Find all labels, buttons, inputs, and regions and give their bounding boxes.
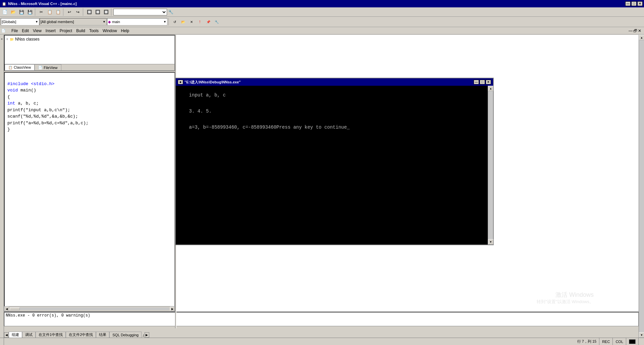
cut-button[interactable]: ✂ bbox=[37, 8, 45, 16]
save-all-button[interactable]: 💾 bbox=[26, 8, 34, 16]
inner-close[interactable]: ✕ bbox=[638, 28, 641, 33]
debug-button[interactable]: 🔲 bbox=[94, 8, 102, 16]
status-other bbox=[626, 338, 639, 345]
menu-file[interactable]: File bbox=[9, 28, 20, 34]
status-left-pad bbox=[0, 338, 4, 345]
sep2 bbox=[63, 8, 64, 16]
app-icon: 📋 bbox=[1, 1, 7, 6]
menu-icon: 📄 bbox=[1, 29, 8, 32]
vscroll-up[interactable]: ▲ bbox=[639, 35, 644, 40]
console-minimize[interactable]: — bbox=[474, 80, 479, 84]
output-tab-build[interactable]: 组建 bbox=[9, 332, 22, 338]
console-scroll-up[interactable]: ▲ bbox=[488, 86, 493, 91]
output-scroll-right[interactable]: ▶ bbox=[145, 332, 149, 338]
search-button[interactable]: 🔧 bbox=[167, 8, 174, 16]
code-brace-open: { bbox=[7, 94, 10, 99]
nav-btn6[interactable]: 🔧 bbox=[213, 18, 221, 25]
minimize-button[interactable]: — bbox=[625, 1, 631, 6]
console-scroll-down[interactable]: ▼ bbox=[488, 239, 493, 245]
output-tab-sql[interactable]: SQL Debugging bbox=[109, 332, 142, 338]
code-content: #include <stdio.h> void main() { int a, … bbox=[5, 73, 174, 141]
menu-build[interactable]: Build bbox=[74, 28, 87, 34]
nav-btn1[interactable]: ↺ bbox=[171, 18, 179, 25]
output-tab-results[interactable]: 结果 bbox=[96, 332, 109, 338]
menu-tools[interactable]: Tools bbox=[87, 28, 101, 34]
code-vars: a, b, c; bbox=[15, 101, 39, 106]
output-tab-find1[interactable]: 在文件1中查找 bbox=[36, 332, 66, 338]
hscroll-right[interactable]: ▶ bbox=[170, 306, 175, 311]
sep3 bbox=[83, 8, 84, 16]
class-tree-item[interactable]: + 📁 NNss classes bbox=[6, 37, 173, 42]
main-vscroll[interactable]: ▲ ▼ bbox=[639, 35, 644, 338]
console-close[interactable]: ✕ bbox=[486, 80, 491, 84]
redo-button[interactable]: ↪ bbox=[74, 8, 82, 16]
copy-button[interactable]: 📋 bbox=[46, 8, 54, 16]
paste-button[interactable]: 📋 bbox=[54, 8, 62, 16]
nav-btn2[interactable]: 📂 bbox=[179, 18, 187, 25]
status-rec: REC bbox=[599, 338, 613, 345]
menu-help[interactable]: Help bbox=[119, 28, 131, 34]
inner-minimize[interactable]: — bbox=[629, 28, 633, 33]
members-label: [All global members] bbox=[41, 20, 103, 24]
vscroll-down[interactable]: ▼ bbox=[639, 332, 644, 338]
output-scroll-left[interactable]: ◀ bbox=[4, 332, 9, 338]
inner-restore[interactable]: 🗗 bbox=[633, 28, 637, 33]
stop-button[interactable]: 🔲 bbox=[102, 8, 110, 16]
globals-combo[interactable]: [Globals] ▼ bbox=[1, 18, 39, 25]
hscroll-track[interactable] bbox=[10, 307, 169, 310]
hscroll-thumb[interactable] bbox=[10, 307, 20, 310]
code-void: void bbox=[7, 88, 18, 93]
tab-fileview[interactable]: 📄 FileView bbox=[35, 64, 61, 70]
build-button[interactable]: 🔲 bbox=[85, 8, 93, 16]
rail-marker: + bbox=[0, 38, 3, 40]
code-int: int bbox=[7, 101, 15, 106]
code-editor[interactable]: #include <stdio.h> void main() { int a, … bbox=[4, 72, 175, 312]
maximize-button[interactable]: □ bbox=[631, 1, 637, 6]
console-scroll-track[interactable] bbox=[488, 91, 493, 239]
tree-item-label: NNss classes bbox=[15, 37, 40, 42]
vscroll-track[interactable] bbox=[639, 40, 644, 332]
code-printf1: printf("input a,b,c\n"); bbox=[7, 108, 70, 113]
console-line3: a=3, b=-858993460, c=-858993460Press any… bbox=[189, 125, 350, 130]
console-line1: input a, b, c bbox=[189, 92, 226, 98]
func-combo[interactable]: ◆ main ▼ bbox=[107, 18, 167, 25]
console-line2: 3. 4. 5. bbox=[189, 109, 212, 114]
output-tabs-row: ◀ 组建 调试 在文件1中查找 在文件2中查找 结果 SQL Debugging… bbox=[4, 327, 639, 338]
sep1 bbox=[35, 8, 36, 16]
menu-edit[interactable]: Edit bbox=[20, 28, 31, 34]
sep4 bbox=[111, 8, 112, 16]
tree-folder-icon: 📁 bbox=[10, 38, 14, 41]
output-text: NNss.exe - 0 error(s), 0 warning(s) bbox=[6, 313, 90, 318]
members-combo[interactable]: [All global members] ▼ bbox=[40, 18, 107, 25]
new-button[interactable]: 📄 bbox=[1, 8, 9, 16]
console-vscroll[interactable]: ▲ ▼ bbox=[488, 86, 493, 245]
nav-btn3[interactable]: ✕ bbox=[187, 18, 196, 25]
menu-project[interactable]: Project bbox=[58, 28, 74, 34]
output-content: NNss.exe - 0 error(s), 0 warning(s) bbox=[4, 312, 639, 326]
undo-button[interactable]: ↩ bbox=[65, 8, 73, 16]
code-brace-close: } bbox=[7, 127, 10, 132]
tree-expand-icon[interactable]: + bbox=[6, 37, 8, 42]
nav-btn5[interactable]: 📌 bbox=[204, 18, 212, 25]
output-tab-find2[interactable]: 在文件2中查找 bbox=[66, 332, 96, 338]
search-dropdown[interactable] bbox=[113, 9, 167, 15]
editor-hscroll[interactable]: ◀ ▶ bbox=[4, 306, 175, 312]
menu-insert[interactable]: Insert bbox=[44, 28, 58, 34]
close-button[interactable]: ✕ bbox=[637, 1, 643, 6]
hscroll-left[interactable]: ◀ bbox=[4, 306, 9, 311]
tab-classview[interactable]: 📋 ClassView bbox=[5, 64, 35, 70]
nav-btn4[interactable]: ! bbox=[196, 18, 204, 25]
menu-window[interactable]: Window bbox=[101, 28, 119, 34]
globals-label: [Globals] bbox=[2, 20, 35, 24]
save-button[interactable]: 💾 bbox=[17, 8, 25, 16]
main-toolbar: 📄 📂 💾 💾 ✂ 📋 📋 ↩ ↪ 🔲 🔲 🔲 🔧 bbox=[0, 7, 644, 17]
left-rail: + bbox=[0, 35, 4, 338]
console-restore[interactable]: □ bbox=[480, 80, 485, 84]
output-tab-debug[interactable]: 调试 bbox=[22, 332, 36, 338]
status-indicator bbox=[629, 339, 636, 344]
code-printf2: printf("a=%d,b=%d,c=%d",a,b,c); bbox=[7, 121, 89, 126]
menu-view[interactable]: View bbox=[31, 28, 44, 34]
class-tree: + 📁 NNss classes bbox=[5, 36, 174, 64]
output-area: NNss.exe - 0 error(s), 0 warning(s) ◀ 组建… bbox=[0, 312, 639, 338]
open-button[interactable]: 📂 bbox=[9, 8, 17, 16]
